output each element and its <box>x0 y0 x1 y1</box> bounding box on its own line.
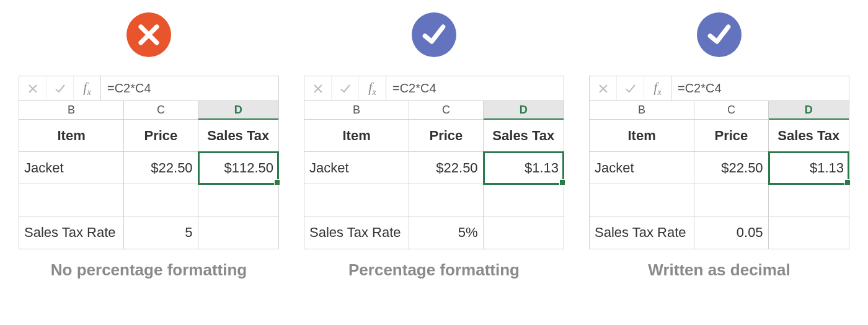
check-icon <box>420 21 448 48</box>
empty-row <box>19 184 278 216</box>
cell-rate-label[interactable]: Sales Tax Rate <box>19 216 124 249</box>
fx-button[interactable]: fx <box>74 76 101 100</box>
spreadsheet: fx =C2*C4 B C D Item Price Sales Tax Jac… <box>19 76 279 249</box>
cell-empty[interactable] <box>769 216 849 249</box>
column-headers: B C D <box>19 101 278 120</box>
formula-input[interactable]: =C2*C4 <box>671 76 849 100</box>
col-header-c[interactable]: C <box>694 101 768 120</box>
col-header-b[interactable]: B <box>304 101 409 120</box>
cell-item[interactable]: Jacket <box>19 152 124 184</box>
cell-item[interactable]: Jacket <box>304 152 409 184</box>
cell-empty[interactable] <box>19 184 124 216</box>
cell-empty[interactable] <box>304 184 409 216</box>
cell-header-tax[interactable]: Sales Tax <box>769 120 849 152</box>
cell-empty[interactable] <box>590 184 694 216</box>
cell-empty[interactable] <box>769 184 849 216</box>
rate-row: Sales Tax Rate 5% <box>304 216 564 249</box>
spreadsheet: fx =C2*C4 B C D Item Price Sales Tax Jac… <box>589 76 849 249</box>
formula-input[interactable]: =C2*C4 <box>101 76 278 100</box>
cell-header-price[interactable]: Price <box>409 120 483 152</box>
check-icon <box>340 83 351 94</box>
fx-icon: fx <box>83 79 91 97</box>
column-headers: B C D <box>590 101 849 120</box>
cell-empty[interactable] <box>124 184 198 216</box>
cell-item[interactable]: Jacket <box>590 152 694 184</box>
example-panel: fx =C2*C4 B C D Item Price Sales Tax Jac… <box>19 12 279 280</box>
cancel-button[interactable] <box>590 76 617 100</box>
formula-input[interactable]: =C2*C4 <box>386 76 564 100</box>
enter-button[interactable] <box>332 76 359 100</box>
cell-rate-value[interactable]: 5% <box>409 216 483 249</box>
enter-button[interactable] <box>617 76 644 100</box>
close-icon <box>598 84 608 94</box>
fx-button[interactable]: fx <box>644 76 671 100</box>
example-panel: fx =C2*C4 B C D Item Price Sales Tax Jac… <box>589 12 849 280</box>
cell-header-item[interactable]: Item <box>19 120 124 152</box>
data-row: Jacket $22.50 $1.13 <box>304 152 564 184</box>
check-icon <box>706 21 733 48</box>
close-icon <box>28 84 38 94</box>
cell-header-item[interactable]: Item <box>590 120 694 152</box>
col-header-b[interactable]: B <box>590 101 694 120</box>
header-row: Item Price Sales Tax <box>304 120 564 152</box>
cell-empty[interactable] <box>198 216 278 249</box>
cell-empty[interactable] <box>484 184 564 216</box>
x-icon <box>135 21 162 48</box>
col-header-b[interactable]: B <box>19 101 124 120</box>
check-icon <box>55 83 66 94</box>
example-panel: fx =C2*C4 B C D Item Price Sales Tax Jac… <box>304 12 564 280</box>
cell-price[interactable]: $22.50 <box>694 152 768 184</box>
cell-rate-label[interactable]: Sales Tax Rate <box>590 216 694 249</box>
col-header-c[interactable]: C <box>409 101 483 120</box>
col-header-d[interactable]: D <box>484 101 564 120</box>
cell-empty[interactable] <box>409 184 483 216</box>
formula-bar: fx =C2*C4 <box>304 76 564 101</box>
check-badge <box>412 12 456 57</box>
cell-tax-selected[interactable]: $112.50 <box>198 152 278 184</box>
cell-header-price[interactable]: Price <box>694 120 768 152</box>
cell-tax-selected[interactable]: $1.13 <box>484 152 564 184</box>
panel-caption: No percentage formatting <box>51 260 247 280</box>
fx-icon: fx <box>368 79 376 97</box>
rate-row: Sales Tax Rate 5 <box>19 216 278 249</box>
empty-row <box>304 184 564 216</box>
panel-caption: Percentage formatting <box>348 260 520 280</box>
cell-rate-value[interactable]: 5 <box>124 216 198 249</box>
cell-header-tax[interactable]: Sales Tax <box>198 120 278 152</box>
cell-rate-value[interactable]: 0.05 <box>694 216 768 249</box>
col-header-d[interactable]: D <box>769 101 849 120</box>
column-headers: B C D <box>304 101 564 120</box>
cell-price[interactable]: $22.50 <box>409 152 483 184</box>
cell-header-item[interactable]: Item <box>304 120 409 152</box>
cell-empty[interactable] <box>198 184 278 216</box>
x-badge <box>126 12 171 57</box>
check-icon <box>625 83 636 94</box>
fx-button[interactable]: fx <box>359 76 386 100</box>
cell-header-tax[interactable]: Sales Tax <box>484 120 564 152</box>
cell-empty[interactable] <box>484 216 564 249</box>
data-row: Jacket $22.50 $112.50 <box>19 152 278 184</box>
cell-price[interactable]: $22.50 <box>124 152 198 184</box>
cell-rate-label[interactable]: Sales Tax Rate <box>304 216 409 249</box>
cancel-button[interactable] <box>19 76 46 100</box>
cell-header-price[interactable]: Price <box>124 120 198 152</box>
rate-row: Sales Tax Rate 0.05 <box>590 216 849 249</box>
data-row: Jacket $22.50 $1.13 <box>590 152 849 184</box>
cancel-button[interactable] <box>304 76 332 100</box>
fx-icon: fx <box>653 79 661 97</box>
enter-button[interactable] <box>46 76 74 100</box>
check-badge <box>697 12 742 57</box>
cell-empty[interactable] <box>694 184 768 216</box>
col-header-c[interactable]: C <box>124 101 198 120</box>
formula-bar: fx =C2*C4 <box>590 76 849 101</box>
spreadsheet: fx =C2*C4 B C D Item Price Sales Tax Jac… <box>304 76 564 249</box>
col-header-d[interactable]: D <box>198 101 278 120</box>
header-row: Item Price Sales Tax <box>590 120 849 152</box>
cell-tax-selected[interactable]: $1.13 <box>769 152 849 184</box>
empty-row <box>590 184 849 216</box>
header-row: Item Price Sales Tax <box>19 120 278 152</box>
formula-bar: fx =C2*C4 <box>19 76 278 101</box>
close-icon <box>313 84 323 94</box>
panel-caption: Written as decimal <box>648 260 790 280</box>
